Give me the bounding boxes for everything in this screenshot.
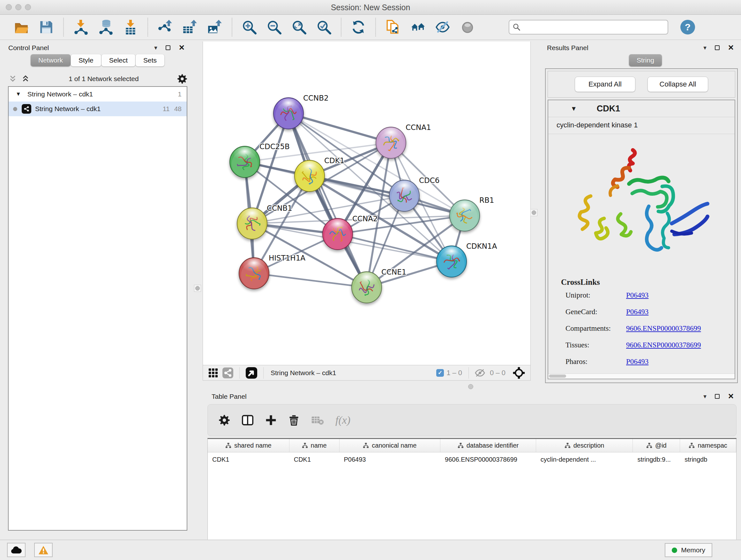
import-network-database-button[interactable] (96, 17, 116, 37)
show-graphics-details-button[interactable] (458, 17, 477, 37)
results-panel-close-icon[interactable]: ✕ (728, 44, 734, 52)
node-CCNB2[interactable] (273, 98, 304, 129)
export-image-file-button[interactable] (205, 17, 225, 37)
warnings-button[interactable] (34, 543, 53, 557)
network-collection-row[interactable]: ▼ String Network – cdk1 1 (9, 87, 187, 102)
zoom-out-button[interactable] (264, 17, 284, 37)
delete-column-trash-icon[interactable] (288, 415, 300, 426)
tab-style[interactable]: Style (71, 54, 101, 66)
zoom-selected-button[interactable] (314, 17, 334, 37)
export-table-file-button[interactable] (180, 17, 200, 37)
node-CCNA1[interactable] (376, 127, 406, 159)
table-settings-gear-icon[interactable] (219, 415, 230, 426)
control-panel-float-icon[interactable] (165, 45, 171, 50)
node-CDKN1A[interactable] (436, 246, 467, 277)
grid-view-icon[interactable] (208, 368, 218, 378)
hide-graphics-details-icon (434, 19, 451, 35)
node-CCNB1[interactable] (237, 208, 267, 239)
export-network-file-button[interactable] (155, 17, 175, 37)
node-RB1[interactable] (450, 200, 480, 231)
column-header-shared-name[interactable]: shared name (208, 439, 289, 452)
zoom-in-button[interactable] (239, 17, 259, 37)
node-CCNE1[interactable] (352, 272, 382, 303)
save-session-button[interactable] (37, 17, 56, 37)
results-panel-collapse-icon[interactable]: ▾ (703, 44, 706, 51)
table-panel-float-icon[interactable] (715, 394, 720, 399)
titlebar: Session: New Session (0, 0, 741, 15)
collection-label: String Network – cdk1 (27, 90, 93, 98)
column-header-name[interactable]: name (289, 439, 340, 452)
crosslink-link[interactable]: P06493 (626, 308, 649, 316)
add-column-plus-icon[interactable] (265, 415, 277, 426)
edge-HIST1H1A-CCNE1[interactable] (254, 273, 367, 287)
node-CDC25B[interactable] (230, 146, 260, 178)
open-session-button[interactable] (11, 17, 31, 37)
crosslink-link[interactable]: 9606.ENSP00000378699 (626, 341, 701, 349)
fit-selected-crosshair-icon[interactable] (513, 367, 525, 379)
table-panel-close-icon[interactable]: ✕ (728, 392, 734, 401)
help-button[interactable]: ? (680, 20, 695, 35)
network-row[interactable]: String Network – cdk1 11 48 (9, 102, 187, 116)
tab-sets[interactable]: Sets (136, 54, 164, 66)
network-graph[interactable]: CCNB2CCNA1CDC25BCDK1CDC6RB1CCNB1CCNA2CDK… (203, 42, 531, 365)
left-splitter-handle[interactable] (194, 285, 201, 292)
search-box[interactable] (509, 20, 668, 35)
tab-select[interactable]: Select (102, 54, 135, 66)
table-panel-collapse-icon[interactable]: ▾ (703, 393, 706, 400)
import-table-file-button[interactable] (121, 17, 140, 37)
collapse-all-chevron-icon[interactable] (8, 74, 17, 84)
column-header-database-identifier[interactable]: database identifier (441, 439, 536, 452)
node-HIST1H1A[interactable] (239, 258, 269, 289)
network-share-icon (22, 104, 31, 114)
window-minimize-button[interactable] (15, 4, 21, 10)
search-input[interactable] (523, 21, 664, 34)
protein-structure-image (566, 138, 717, 273)
column-header-description[interactable]: description (536, 439, 633, 452)
expand-all-chevron-icon[interactable] (21, 74, 30, 84)
control-panel-collapse-icon[interactable]: ▾ (154, 44, 157, 51)
expander-triangle-icon[interactable]: ▼ (16, 91, 21, 98)
gene-section-scrollbar[interactable] (548, 374, 735, 379)
hide-graphics-details-button[interactable] (433, 17, 453, 37)
column-header-@id[interactable]: @id (633, 439, 680, 452)
expand-all-button[interactable]: Expand All (575, 77, 635, 92)
node-label-CCNA1: CCNA1 (406, 123, 431, 132)
string-protein-query-button[interactable] (408, 17, 428, 37)
node-CCNA2[interactable] (323, 219, 353, 250)
memory-button[interactable]: Memory (665, 543, 712, 557)
network-edge-count: 48 (174, 105, 182, 113)
network-canvas[interactable]: CCNB2CCNA1CDC25BCDK1CDC6RB1CCNB1CCNA2CDK… (203, 42, 531, 365)
network-selection-bar: 1 of 1 Network selected (8, 72, 187, 85)
zoom-fit-button[interactable] (289, 17, 309, 37)
right-splitter-handle[interactable] (530, 209, 537, 216)
selected-checkbox-icon[interactable]: ✓ (436, 369, 444, 377)
results-panel-float-icon[interactable] (715, 45, 720, 50)
column-header-namespac[interactable]: namespac (680, 439, 736, 452)
column-header-canonical-name[interactable]: canonical name (340, 439, 441, 452)
refresh-view-button[interactable] (348, 17, 368, 37)
window-close-button[interactable] (6, 4, 12, 10)
control-panel-close-icon[interactable]: ✕ (179, 44, 185, 52)
edge-CDK1-RB1[interactable] (310, 176, 465, 215)
zoom-in-icon (241, 19, 257, 35)
node-CDC6[interactable] (389, 180, 419, 211)
node-label-CDC6: CDC6 (419, 176, 440, 185)
share-view-icon[interactable] (222, 367, 233, 379)
window-zoom-button[interactable] (25, 4, 31, 10)
table-row[interactable]: CDK1CDK1P064939606.ENSP00000378699cyclin… (208, 452, 736, 466)
show-columns-icon[interactable] (242, 414, 254, 426)
import-network-file-button[interactable] (71, 17, 91, 37)
network-options-gear-icon[interactable] (177, 74, 187, 84)
crosslink-link[interactable]: P06493 (626, 358, 649, 366)
gene-expander-icon[interactable]: ▼ (570, 105, 577, 112)
tab-string[interactable]: String (629, 54, 662, 66)
crosslink-link[interactable]: P06493 (626, 291, 649, 300)
collapse-all-button[interactable]: Collapse All (648, 77, 708, 92)
crosslink-link[interactable]: 9606.ENSP00000378699 (626, 324, 701, 333)
tab-network[interactable]: Network (30, 54, 71, 66)
cloud-button[interactable] (7, 543, 25, 557)
horizontal-splitter-handle[interactable] (468, 384, 473, 389)
node-CDK1[interactable] (294, 160, 325, 192)
clone-network-button[interactable] (383, 17, 403, 37)
birds-eye-popout-icon[interactable] (246, 367, 258, 379)
